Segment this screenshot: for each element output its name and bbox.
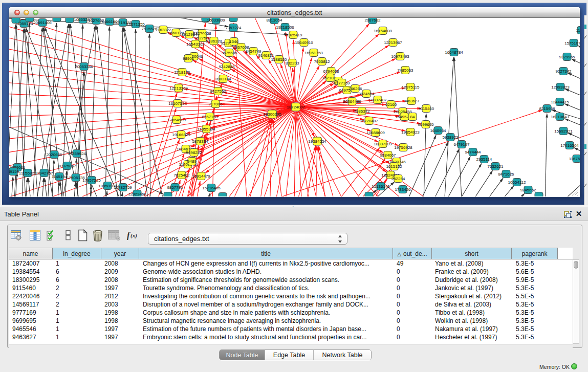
graph-node-label: 1145194 <box>52 174 68 179</box>
graph-node-label: 20053346 <box>75 64 93 69</box>
resize-handle-icon[interactable] <box>570 189 579 196</box>
close-panel-icon[interactable]: ✕ <box>575 210 582 218</box>
cell-year: 1998 <box>104 317 139 325</box>
table-row[interactable]: 911546021997Tourette syndrome. Phenomeno… <box>9 284 573 292</box>
window-titlebar[interactable]: citations_edges.txt <box>9 7 580 18</box>
function-icon-args: (x) <box>130 232 137 239</box>
graph-node-label: 16782759 <box>114 185 132 190</box>
table-row[interactable]: 977716911998Corpus callosum shape and si… <box>9 309 573 317</box>
graph-node-label: 2718176 <box>174 70 190 75</box>
table-row[interactable]: 1872400712008Changes of HCN gene express… <box>9 259 573 268</box>
graph-node-label: 9489 <box>187 159 197 164</box>
graph-node-label: 15640910 <box>295 40 313 45</box>
graph-node[interactable] <box>219 193 227 197</box>
cell-pagerank: 5.3E-5 <box>516 284 558 292</box>
vertical-scrollbar-thumb[interactable] <box>574 261 578 269</box>
cell-out_de: 0 <box>397 292 432 300</box>
cell-out_de: 0 <box>397 300 432 309</box>
network-view-desktop: 1405572420691406106532871527602646616010… <box>2 3 586 205</box>
graph-node-label: 8215958 <box>539 106 555 111</box>
table-row[interactable]: 1830029562008Estimation of significance … <box>9 276 573 284</box>
horizontal-scrollbar[interactable] <box>9 344 573 348</box>
cell-short: Yano et al. (2008) <box>435 259 512 268</box>
table-selector-dropdown[interactable]: citations_edges.txt <box>148 233 347 245</box>
table-options-icon[interactable] <box>10 229 22 241</box>
cell-name: 14569117 <box>12 300 53 309</box>
delete-table-icon[interactable] <box>92 229 104 242</box>
table-row[interactable]: 1456911722003Disruption of a novel membe… <box>9 300 573 309</box>
show-columns-icon[interactable] <box>29 229 41 241</box>
network-window[interactable]: 1405572420691406106532871527602646616010… <box>9 7 580 198</box>
graph-node-label: 84 <box>410 115 415 119</box>
column-header-in_degree[interactable]: in_degree <box>53 248 101 259</box>
cell-name: 9115460 <box>12 284 53 292</box>
table-panel-titlebar[interactable]: Table Panel ✕ <box>0 207 588 221</box>
cell-out_de: 0 <box>397 333 432 341</box>
graph-node-label: 3824554 <box>358 92 375 96</box>
graph-node[interactable] <box>229 18 237 22</box>
node-table: namein_degreeyeartitle△out_de...shortpag… <box>9 248 573 344</box>
new-document-icon[interactable] <box>77 229 89 242</box>
cell-short: Tibbo et al. (1998) <box>435 309 512 317</box>
table-rows: 1872400712008Changes of HCN gene express… <box>9 259 573 341</box>
table-row[interactable]: 946362711997Embryonic stem cells: a mode… <box>9 333 573 341</box>
graph-node-label: 12213369 <box>169 86 188 91</box>
table-row[interactable]: 1938455462009Genome-wide association stu… <box>9 268 573 276</box>
cell-short: Hescheler et al. (1997) <box>435 333 512 341</box>
float-window-icon[interactable] <box>564 210 572 218</box>
graph-node-label: 7357224 <box>225 26 242 30</box>
dropdown-arrows-icon <box>338 234 342 244</box>
graph-node-label: 10654112 <box>508 180 527 185</box>
column-header-name[interactable]: name <box>9 248 53 259</box>
import-table-icon[interactable] <box>107 229 121 241</box>
graph-node-label: 16210643 <box>551 115 569 119</box>
tab-edge-table[interactable]: Edge Table <box>265 350 314 360</box>
cell-title: Estimation of the future numbers of pati… <box>143 325 393 333</box>
graph-node-label: 8186328 <box>206 39 222 43</box>
graph-node-label: 1588520 <box>271 57 287 62</box>
cell-title: Corpus callosum shape and size in male p… <box>143 309 393 317</box>
table-selector-value: citations_edges.txt <box>154 235 209 243</box>
tab-node-table[interactable]: Node Table <box>220 350 265 360</box>
graph-node[interactable] <box>66 18 74 23</box>
table-row[interactable]: 2242004622012Investigating the contribut… <box>9 292 573 300</box>
sort-ascending-icon: △ <box>397 249 401 259</box>
column-header-pagerank[interactable]: pagerank <box>512 248 558 259</box>
graph-node[interactable] <box>535 192 543 197</box>
tab-network-table[interactable]: Network Table <box>314 350 371 360</box>
table-row[interactable]: 969969511998Structural magnetic resonanc… <box>9 317 573 325</box>
cell-name: 9463627 <box>12 333 53 341</box>
network-canvas[interactable]: 1405572420691406106532871527602646616010… <box>9 18 580 196</box>
graph-node[interactable] <box>26 18 34 22</box>
cell-year: 2008 <box>104 276 139 284</box>
graph-node-label: 6479197 <box>453 142 470 147</box>
graph-node[interactable] <box>53 18 61 22</box>
column-header-year[interactable]: year <box>101 248 139 259</box>
graph-node-label: 15716485 <box>202 186 221 190</box>
graph-node-label: 12444415 <box>551 100 569 104</box>
cell-year: 2012 <box>104 292 139 300</box>
cell-short: Wolkin et al. (1998) <box>435 317 512 325</box>
vertical-scrollbar[interactable] <box>573 259 579 344</box>
graph-node-label: 10973493 <box>391 54 409 59</box>
cell-in_degree: 6 <box>56 276 101 284</box>
function-builder-icon[interactable]: f (x) <box>126 229 140 241</box>
cell-year: 2003 <box>104 300 139 309</box>
status-bar: Memory: OK <box>0 361 588 372</box>
column-header-out_de[interactable]: △out_de... <box>393 248 432 259</box>
graph-node[interactable] <box>164 192 172 197</box>
network-graph[interactable]: 1405572420691406106532871527602646616010… <box>9 18 580 196</box>
cell-in_degree: 6 <box>56 268 101 276</box>
select-columns-icon[interactable] <box>46 229 57 241</box>
cell-out_de: 0 <box>397 317 432 325</box>
row-height-icon[interactable] <box>64 229 72 241</box>
cell-name: 9465546 <box>12 325 53 333</box>
graph-node-label: 16543362 <box>186 42 205 47</box>
cell-name: 22420046 <box>12 292 53 300</box>
column-header-short[interactable]: short <box>432 248 512 259</box>
table-row[interactable]: 946554611997Estimation of the future num… <box>9 325 573 333</box>
graph-node-label: 12942757 <box>35 171 53 176</box>
column-header-title[interactable]: title <box>139 248 393 259</box>
graph-node[interactable] <box>365 192 373 197</box>
cell-pagerank: 5.3E-5 <box>516 325 558 333</box>
